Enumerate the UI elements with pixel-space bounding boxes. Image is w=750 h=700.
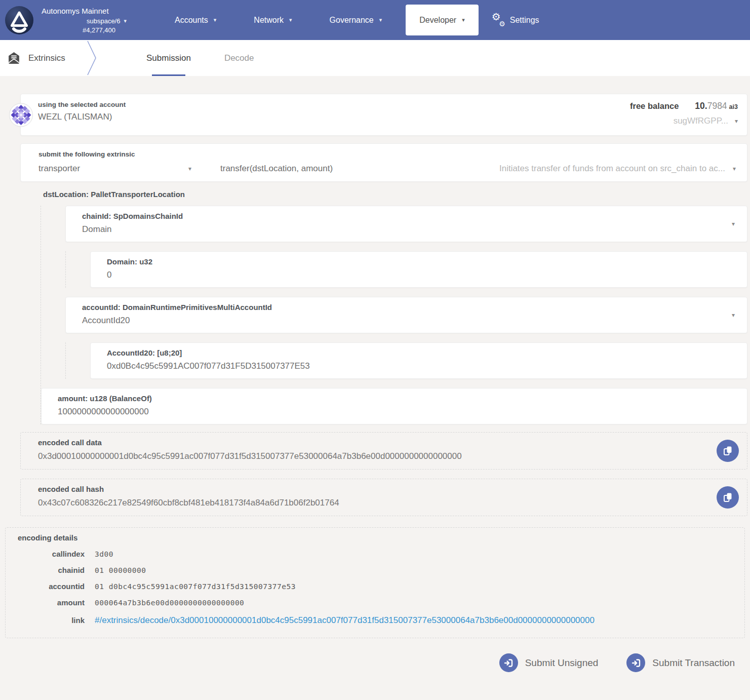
chevron-down-icon: ▾ xyxy=(188,165,191,172)
account-select-card: using the selected account WEZL (TALISMA… xyxy=(20,94,747,136)
param-amount-input[interactable]: amount: u128 (BalanceOf) 100000000000000… xyxy=(41,388,747,424)
main-content: using the selected account WEZL (TALISMA… xyxy=(0,76,750,672)
param-amount-label: amount: u128 (BalanceOf) xyxy=(58,394,717,403)
tabs: Submission Decode xyxy=(130,40,270,76)
param-accountid20-label: AccountId20: [u8;20] xyxy=(107,348,717,357)
menu-developer-label: Developer xyxy=(419,16,456,25)
encoded-call-hash-box: encoded call hash 0x43c07c608326c217e825… xyxy=(20,479,747,516)
encoded-call-data-box: encoded call data 0x3d00010000000001d0bc… xyxy=(20,432,747,470)
param-chainid-value: Domain xyxy=(82,224,717,235)
detail-row-accountid: accountid 01 d0bc4c95c5991ac007f077d31f5… xyxy=(18,582,734,591)
free-balance-value: 10.7984ai3 xyxy=(695,101,738,111)
encoded-call-data-label: encoded call data xyxy=(38,438,701,447)
chevron-down-icon: ▾ xyxy=(735,118,738,125)
chevron-down-icon: ▾ xyxy=(733,165,736,172)
account-identicon xyxy=(9,103,33,127)
copy-icon xyxy=(722,445,733,456)
copy-call-hash-button[interactable] xyxy=(717,486,739,509)
breadcrumb-chevron xyxy=(85,40,98,76)
param-accountid-label: accountId: DomainRuntimePrimitivesMultiA… xyxy=(82,303,717,312)
network-name: Autonomys Mainnet xyxy=(42,7,109,15)
encoded-call-hash-value: 0x43c07c608326c217e82549f60cbf8cbf481eb4… xyxy=(38,498,701,508)
extrinsic-section-label: submit the following extrinsic xyxy=(21,150,747,158)
chevron-down-icon: ▾ xyxy=(462,17,465,23)
chevron-down-icon: ▾ xyxy=(379,17,382,23)
menu-settings[interactable]: ⚙ ⚙ Settings xyxy=(484,14,539,27)
submit-actions: Submit Unsigned Submit Transaction xyxy=(0,653,735,672)
method-signature: transfer(dstLocation, amount) xyxy=(220,164,333,173)
detail-row-link: link #/extrinsics/decode/0x3d00010000000… xyxy=(18,615,734,626)
section-header: Extrinsics xyxy=(0,40,85,76)
main-menu: Accounts ▾ Network ▾ Governance ▾ Develo… xyxy=(156,0,539,40)
param-domain-label: Domain: u32 xyxy=(107,257,717,266)
menu-network[interactable]: Network ▾ xyxy=(235,0,310,40)
param-chainid-select[interactable]: chainId: SpDomainsChainId Domain ▾ xyxy=(65,206,747,242)
menu-network-label: Network xyxy=(254,16,284,25)
param-domain-value: 0 xyxy=(107,270,717,280)
encoding-details-title: encoding details xyxy=(18,533,734,542)
submit-transaction-button[interactable]: Submit Transaction xyxy=(626,653,735,672)
method-description: Initiates transfer of funds from account… xyxy=(499,164,725,174)
chevron-down-icon: ▾ xyxy=(289,17,292,23)
detail-label: chainid xyxy=(18,566,85,574)
menu-governance-label: Governance xyxy=(330,16,374,25)
encoded-call-data-value: 0x3d00010000000001d0bc4c95c5991ac007f077… xyxy=(38,451,701,461)
detail-label: accountid xyxy=(18,582,85,591)
param-level-2b: AccountId20: [u8;20] 0xd0Bc4c95c5991AC00… xyxy=(65,342,747,379)
menu-settings-label: Settings xyxy=(510,16,539,25)
detail-value: 01 d0bc4c95c5991ac007f077d31f5d315007377… xyxy=(95,582,296,591)
chevron-down-icon: ▾ xyxy=(214,17,217,23)
detail-value: 3d00 xyxy=(95,550,113,558)
param-accountid20-input[interactable]: AccountId20: [u8;20] 0xd0Bc4c95c5991AC00… xyxy=(90,342,747,379)
menu-developer[interactable]: Developer ▾ xyxy=(406,5,478,35)
detail-label: link xyxy=(18,616,85,625)
method-select[interactable]: transfer(dstLocation, amount) xyxy=(220,164,333,174)
extrinsics-envelope-icon xyxy=(7,52,21,64)
param-level-2a: Domain: u32 0 xyxy=(65,251,747,288)
submit-transaction-label: Submit Transaction xyxy=(652,657,735,669)
copy-icon xyxy=(722,492,733,503)
copy-call-data-button[interactable] xyxy=(717,440,739,462)
param-accountid-value: AccountId20 xyxy=(82,316,717,326)
param-domain-input[interactable]: Domain: u32 0 xyxy=(90,251,747,288)
account-address-short: sugWfRGPP... xyxy=(674,116,728,126)
detail-value: 01 00000000 xyxy=(95,566,146,574)
param-chainid-label: chainId: SpDomainsChainId xyxy=(82,212,717,220)
detail-label: amount xyxy=(18,598,85,607)
detail-row-chainid: chainid 01 00000000 xyxy=(18,566,734,574)
menu-accounts-label: Accounts xyxy=(175,16,208,25)
chain-selector[interactable]: Autonomys Mainnet subspace/6 ▾ #4,277,40… xyxy=(42,7,127,34)
param-accountid-select[interactable]: accountId: DomainRuntimePrimitivesMultiA… xyxy=(65,297,747,333)
account-balance-block: free balance 10.7984ai3 sugWfRGPP... ▾ xyxy=(630,101,738,126)
detail-label: callindex xyxy=(18,550,85,558)
param-dstlocation-label: dstLocation: PalletTransporterLocation xyxy=(41,182,747,206)
param-level-1: chainId: SpDomainsChainId Domain ▾ Domai… xyxy=(41,206,747,424)
encoding-details-box: encoding details callindex 3d00 chainid … xyxy=(5,527,745,638)
decode-link[interactable]: #/extrinsics/decode/0x3d00010000000001d0… xyxy=(95,615,595,626)
chain-spec: subspace/6 xyxy=(87,17,121,25)
page-title: Extrinsics xyxy=(28,53,65,63)
tab-submission-label: Submission xyxy=(146,53,191,63)
extrinsic-select-card: submit the following extrinsic transport… xyxy=(20,143,747,182)
chevron-down-icon: ▾ xyxy=(124,18,127,24)
menu-accounts[interactable]: Accounts ▾ xyxy=(156,0,235,40)
submit-unsigned-button[interactable]: Submit Unsigned xyxy=(499,653,599,672)
sign-in-icon xyxy=(499,653,518,672)
chevron-down-icon: ▾ xyxy=(732,312,735,319)
tab-bar: Extrinsics Submission Decode xyxy=(0,40,750,76)
autonomys-logo-icon[interactable] xyxy=(5,6,33,34)
method-description-dropdown[interactable]: Initiates transfer of funds from account… xyxy=(333,164,736,174)
submit-unsigned-label: Submit Unsigned xyxy=(525,657,599,669)
detail-value: 000064a7b3b6e00d0000000000000000 xyxy=(95,599,244,607)
menu-governance[interactable]: Governance ▾ xyxy=(311,0,401,40)
extrinsic-params: dstLocation: PalletTransporterLocation c… xyxy=(41,182,747,424)
top-navbar: Autonomys Mainnet subspace/6 ▾ #4,277,40… xyxy=(0,0,750,40)
pallet-name: transporter xyxy=(38,164,80,174)
param-amount-value: 1000000000000000000 xyxy=(58,407,717,417)
tab-decode[interactable]: Decode xyxy=(208,40,271,76)
account-address-toggle[interactable]: sugWfRGPP... ▾ xyxy=(630,116,738,126)
tab-submission[interactable]: Submission xyxy=(130,40,208,76)
pallet-select[interactable]: transporter ▾ xyxy=(38,164,191,174)
tab-decode-label: Decode xyxy=(224,53,254,63)
gears-icon: ⚙ ⚙ xyxy=(492,14,505,27)
